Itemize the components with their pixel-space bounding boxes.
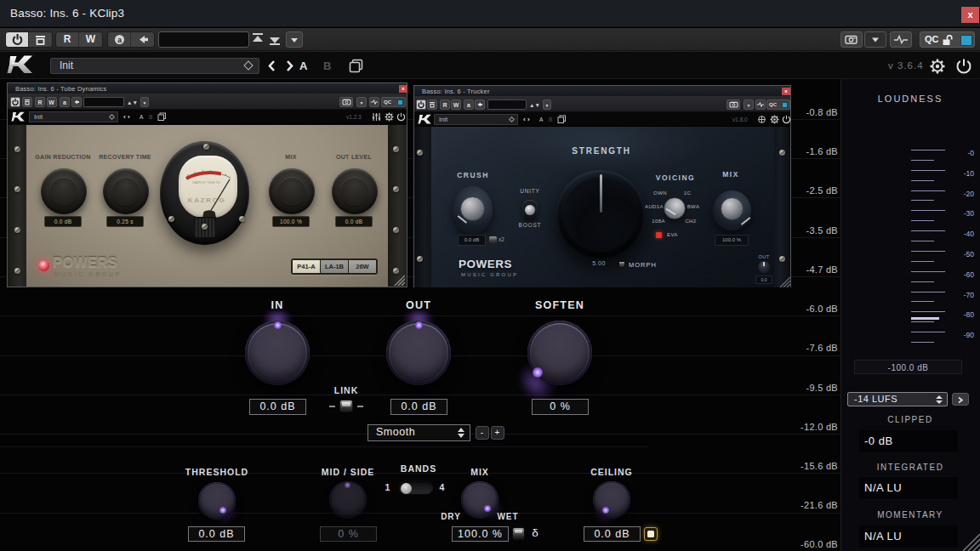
- svg-text:KAZROG: KAZROG: [188, 196, 225, 204]
- svg-text:KAZROG 'TRUE VU': KAZROG 'TRUE VU': [192, 181, 221, 185]
- svg-text:a: a: [117, 36, 122, 44]
